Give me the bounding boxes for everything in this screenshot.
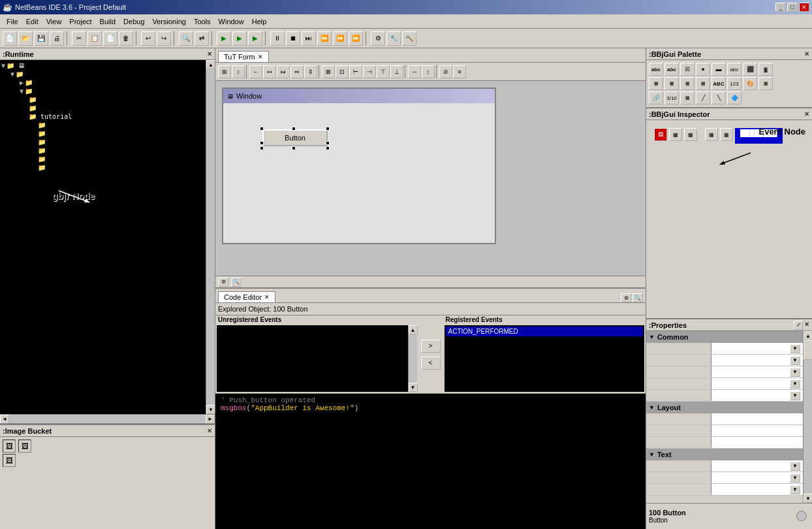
unreg-scroll-up[interactable]: ▲ [409,325,418,334]
bucket-item-3[interactable]: 🖼 [3,454,16,467]
properties-resize[interactable]: ⤢ [794,321,803,330]
prop-btn-c1[interactable]: ▼ [790,344,800,353]
ftb-7[interactable]: ⇕ [304,65,317,78]
menu-versioning[interactable]: Versioning [149,16,190,27]
tb-run3[interactable]: ▶ [248,31,262,46]
insp-node-3[interactable]: ▦ [684,128,697,141]
tb-debug6[interactable]: ⏩ [349,31,363,46]
menu-edit[interactable]: Edit [22,16,42,27]
tb-undo[interactable]: ↩ [141,31,155,46]
palette-btn-checkbox[interactable]: ☒ [680,63,695,76]
tab-code-editor-close[interactable]: ✕ [264,294,270,300]
tb-paste[interactable]: 📄 [103,31,117,46]
tree-item-3[interactable]: ▼📁 [20,87,213,95]
canvas-status-btn1[interactable]: ⚙ [218,278,228,287]
ftb-8[interactable]: ⊠ [322,65,335,78]
tb-redo[interactable]: ↪ [157,31,171,46]
prop-value-t2[interactable]: ▼ [711,472,803,483]
palette-btn-grid4[interactable]: ▦ [696,77,710,90]
window-widget[interactable]: 🖥 Window Button [222,88,496,244]
ftb-11[interactable]: ⊣ [363,65,376,78]
tab-tutform-close[interactable]: ✕ [258,54,263,60]
tb-extra2[interactable]: 🔧 [386,31,401,46]
close-button[interactable]: ✕ [799,3,809,12]
arrow-left-btn[interactable]: < [421,357,441,370]
ftb-5[interactable]: ↦ [277,65,290,78]
ftb-4[interactable]: ↤ [263,65,276,78]
tree-item-11[interactable]: 📁 [38,163,213,172]
minimize-button[interactable]: _ [775,3,786,12]
maximize-button[interactable]: □ [787,3,798,12]
ftb-13[interactable]: ⊥ [390,65,403,78]
palette-btn-num[interactable]: 123 [727,77,742,90]
canvas-status-btn2[interactable]: 🔍 [231,278,242,287]
tree-item-4[interactable]: 📁 [29,95,213,104]
vscroll-down[interactable]: ▼ [206,405,215,414]
ftb-15[interactable]: ↕ [422,65,435,78]
tree-root[interactable]: ▼📁 🖥 [1,61,213,70]
tb-open[interactable]: 📂 [18,31,33,46]
tb-debug1[interactable]: ⏸ [270,31,285,46]
palette-btn-editfield2[interactable]: abc [664,63,679,76]
insp-node-1[interactable]: 🖼 [654,128,667,141]
prop-btn-c4[interactable]: ▼ [790,379,800,389]
code-editor-code[interactable]: ' Push_button operated msgbox("AppBuilde… [215,394,646,529]
prop-btn-c2[interactable]: ▼ [790,356,800,365]
ftb-2[interactable]: ↕ [232,65,245,78]
prop-value-l2[interactable] [711,425,803,436]
palette-btn-grid2[interactable]: ▦ [664,77,679,90]
menu-project[interactable]: Project [65,16,95,27]
tb-debug2[interactable]: ⏹ [286,31,300,46]
tree-item-9[interactable]: 📁 [38,146,213,155]
palette-btn-listbox[interactable]: ▓ [758,63,773,76]
tree-item-tutorial[interactable]: 📁 tutorial [29,112,213,121]
props-scroll-down[interactable]: ▼ [804,494,812,503]
tree-item-1[interactable]: ▼📁 [10,70,213,78]
prop-section-common[interactable]: ▼ Common [646,331,803,343]
prop-value-l1[interactable] [711,413,803,425]
inspector-close[interactable]: ✕ [804,110,809,118]
ftb-10[interactable]: ⊢ [349,65,362,78]
menu-window[interactable]: Window [215,16,248,27]
form-button[interactable]: Button [262,129,328,146]
ftb-1[interactable]: ⊞ [218,65,231,78]
palette-btn-radiobutton[interactable]: ● [696,63,710,76]
tb-find[interactable]: 🔍 [179,31,193,46]
arrow-right-btn[interactable]: > [421,340,441,353]
prop-value-t1[interactable]: ▼ [711,460,803,472]
prop-value-c4[interactable]: ▼ [711,378,803,389]
palette-btn-color[interactable]: 🎨 [743,77,757,90]
bucket-item-2[interactable]: 🖼 [18,440,31,453]
form-canvas-area[interactable]: 🖥 Window Button [215,81,646,287]
ftb-6[interactable]: ⇔ [290,65,304,78]
palette-btn-label[interactable]: ABC [711,77,726,90]
palette-btn-shape[interactable]: 🔷 [727,91,742,104]
title-bar-controls[interactable]: _ □ ✕ [775,3,809,12]
prop-btn-t2[interactable]: ▼ [790,473,800,483]
palette-btn-fraction[interactable]: 3/10 [664,91,679,104]
palette-close[interactable]: ✕ [804,50,809,57]
ftb-14[interactable]: ↔ [408,65,421,78]
palette-btn-link[interactable]: 🔗 [649,91,663,104]
menu-file[interactable]: File [3,16,22,27]
prop-btn-t3[interactable]: ▼ [790,485,800,494]
palette-btn-editfield[interactable]: abc [649,63,663,76]
window-widget-body[interactable]: Button [223,103,495,243]
prop-btn-c5[interactable]: ▼ [790,391,800,400]
unreg-scroll-down[interactable]: ▼ [409,383,418,392]
prop-value-l3[interactable] [711,437,803,448]
registered-item[interactable]: ACTION_PERFORMED [446,327,644,336]
prop-value-c3[interactable]: ▼ [711,366,803,377]
prop-value-c1[interactable]: ▼ [711,343,803,354]
ce-status-btn1[interactable]: ⚙ [621,293,631,302]
tree-item-10[interactable]: 📁 [38,155,213,163]
menu-tools[interactable]: Tools [190,16,215,27]
prop-value-c5[interactable]: ▼ [711,390,803,401]
tb-run[interactable]: ▶ [217,31,231,46]
ftb-9[interactable]: ⊡ [336,65,349,78]
palette-btn-scrollbar[interactable]: ▬ [711,63,726,76]
palette-btn-grid3[interactable]: ▦ [680,77,695,90]
ftb-17[interactable]: ≡ [453,65,466,78]
palette-btn-grid1[interactable]: ▦ [649,77,663,90]
tb-extra1[interactable]: ⚙ [371,31,385,46]
